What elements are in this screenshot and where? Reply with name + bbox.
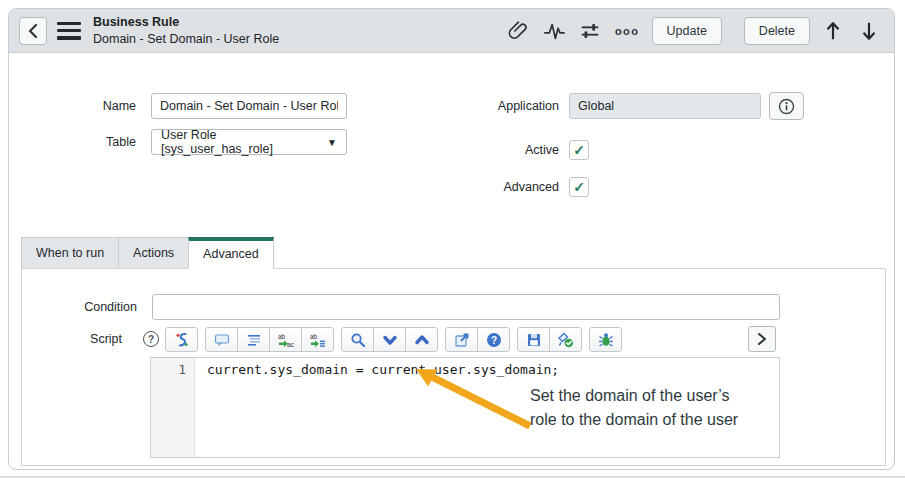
- window-bottom-edge: [0, 476, 905, 478]
- active-field-label: Active: [429, 140, 559, 160]
- save-icon[interactable]: [517, 327, 550, 352]
- help-glyph: ?: [490, 334, 496, 345]
- more-options-icon[interactable]: ooo: [613, 18, 642, 44]
- line-number-gutter: 1: [151, 358, 195, 457]
- line-number: 1: [151, 362, 186, 377]
- update-button[interactable]: Update: [652, 17, 722, 45]
- record-type-label: Business Rule: [93, 14, 279, 30]
- chevron-down-icon: ▼: [327, 137, 337, 148]
- condition-input[interactable]: [152, 294, 780, 320]
- comment-icon[interactable]: [205, 327, 238, 352]
- record-name-label: Domain - Set Domain - User Role: [93, 31, 279, 47]
- form-tabs: When to run Actions Advanced: [21, 237, 273, 269]
- name-field-label: Name: [39, 93, 136, 119]
- svg-text:ab: ab: [310, 333, 318, 340]
- script-editor-toolbar: abac ab: [165, 326, 622, 353]
- context-menu-icon[interactable]: [57, 22, 81, 40]
- form-header: Business Rule Domain - Set Domain - User…: [9, 9, 894, 53]
- annotation-line-1: Set the domain of the user’s: [530, 384, 738, 408]
- name-input[interactable]: [151, 93, 347, 119]
- advanced-field-label: Advanced: [429, 177, 559, 197]
- application-info-button[interactable]: [769, 92, 804, 120]
- script-help-icon[interactable]: ?: [143, 331, 159, 347]
- editor-help-icon[interactable]: ?: [477, 327, 510, 352]
- svg-text:ab: ab: [278, 333, 286, 340]
- table-select-value: User Role [sys_user_has_role]: [161, 128, 327, 156]
- tab-actions[interactable]: Actions: [118, 237, 189, 269]
- tab-when-to-run[interactable]: When to run: [21, 237, 119, 269]
- annotation-text: Set the domain of the user’s role to the…: [530, 384, 738, 432]
- debug-icon[interactable]: [589, 327, 622, 352]
- attachment-icon[interactable]: [505, 18, 531, 44]
- table-field-label: Table: [39, 129, 136, 155]
- condition-field-label: Condition: [22, 294, 137, 320]
- record-title: Business Rule Domain - Set Domain - User…: [93, 14, 279, 47]
- toggle-fullscreen-button[interactable]: [748, 326, 776, 352]
- script-field-label: Script: [22, 326, 122, 352]
- search-icon[interactable]: [341, 327, 374, 352]
- personalize-form-icon[interactable]: [577, 18, 603, 44]
- activity-stream-icon[interactable]: [541, 18, 567, 44]
- active-checkbox[interactable]: ✓: [569, 140, 589, 160]
- advanced-checkbox[interactable]: ✓: [569, 177, 589, 197]
- application-field-label: Application: [429, 93, 559, 119]
- chevron-right-icon: [756, 332, 768, 346]
- application-input: [569, 93, 761, 119]
- table-select[interactable]: User Role [sys_user_has_role] ▼: [151, 129, 347, 155]
- collapse-all-icon[interactable]: [405, 327, 438, 352]
- info-icon: [778, 98, 795, 115]
- replace-all-icon[interactable]: ab: [301, 327, 334, 352]
- expand-all-icon[interactable]: [373, 327, 406, 352]
- delete-button[interactable]: Delete: [744, 17, 810, 45]
- check-icon: ✓: [573, 180, 585, 194]
- script-format-icon[interactable]: [165, 327, 198, 352]
- open-in-window-icon[interactable]: [445, 327, 478, 352]
- syntax-check-icon[interactable]: [549, 327, 582, 352]
- annotation-line-2: role to the domain of the user: [530, 408, 738, 432]
- format-code-icon[interactable]: [237, 327, 270, 352]
- chevron-left-icon: [26, 23, 40, 39]
- check-icon: ✓: [573, 143, 585, 157]
- tab-advanced[interactable]: Advanced: [188, 237, 274, 269]
- replace-icon[interactable]: abac: [269, 327, 302, 352]
- next-record-icon[interactable]: [856, 18, 882, 44]
- svg-text:ac: ac: [287, 341, 294, 348]
- previous-record-icon[interactable]: [820, 18, 846, 44]
- business-rule-form-screen: { "header": { "title": "Business Rule", …: [0, 0, 905, 483]
- back-button[interactable]: [19, 17, 47, 45]
